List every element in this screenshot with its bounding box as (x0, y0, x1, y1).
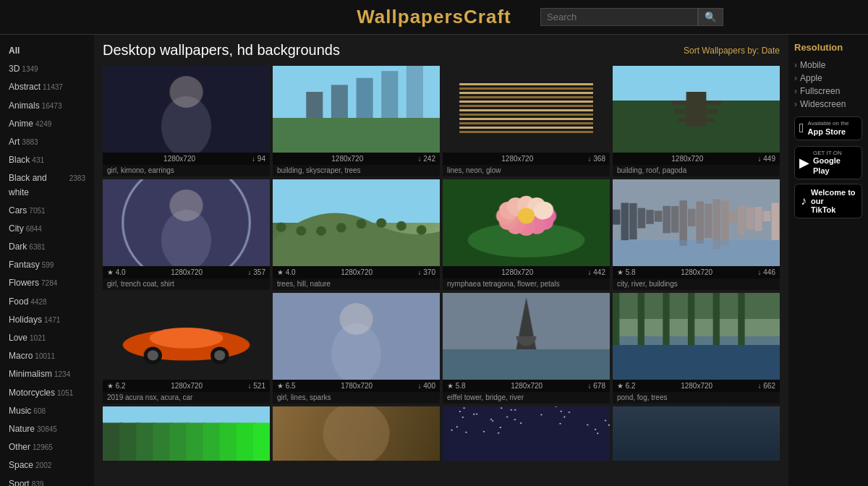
wallpaper-resolution: 1280x720 (501, 268, 533, 276)
sidebar-item-all[interactable]: All (0, 42, 94, 60)
app-store-badge[interactable]:  Available on the App Store (794, 116, 862, 140)
wallpaper-info: ★ 4.01280x720↓ 357 (103, 266, 270, 278)
wallpaper-resolution: 1280x720 (501, 155, 533, 163)
search-button[interactable]: 🔍 (698, 8, 723, 26)
wallpaper-info: ★ 6.21280x720↓ 521 (103, 380, 270, 392)
sidebar-item-count: 1021 (30, 333, 46, 344)
sidebar-item-city[interactable]: City6844 (0, 220, 94, 238)
wallpaper-item[interactable]: ★ 5.81280x720↓ 446city, river, buildings (613, 179, 780, 290)
search-input[interactable] (540, 8, 698, 26)
sidebar-item-motorcycles[interactable]: Motorcycles1051 (0, 384, 94, 402)
bottom-wallpaper-item[interactable] (273, 406, 440, 461)
sidebar-item-anime[interactable]: Anime4249 (0, 115, 94, 133)
sidebar-item-animals[interactable]: Animals16473 (0, 97, 94, 115)
wallpaper-item[interactable]: 1280x720↓ 368lines, neon, glow (443, 66, 610, 176)
right-sidebar: Resolution MobileAppleFullscreenWidescre… (788, 35, 868, 486)
sort-value[interactable]: Date (762, 46, 780, 56)
sidebar-item-flowers[interactable]: Flowers7284 (0, 274, 94, 292)
wallpaper-tags: 2019 acura nsx, acura, car (103, 392, 270, 404)
sidebar-item-label: Love (9, 331, 27, 345)
sidebar-item-sport[interactable]: Sport839 (0, 475, 94, 487)
wallpaper-views: ↓ 94 (252, 155, 265, 163)
sidebar-item-space[interactable]: Space2002 (0, 456, 94, 474)
wallpaper-rating: ★ 6.5 (277, 382, 296, 390)
wallpaper-item[interactable]: 1280x720↓ 242building, skyscraper, trees (273, 66, 440, 176)
wallpaper-tags: eiffel tower, bridge, river (443, 392, 610, 404)
resolution-link-apple[interactable]: Apple (794, 72, 862, 85)
site-logo[interactable]: WallpapersCraft (357, 6, 511, 28)
sidebar-item-count: 2002 (35, 460, 51, 472)
sidebar-item-label: Fantasy (9, 258, 40, 272)
resolution-title: Resolution (794, 42, 862, 53)
wallpaper-item[interactable]: ★ 6.21280x720↓ 662pond, fog, trees (613, 293, 780, 404)
wallpaper-item[interactable]: ★ 6.51780x720↓ 400girl, lines, sparks (273, 293, 440, 404)
tiktok-badge[interactable]: ♪ Welcome to our TikTok (794, 184, 862, 218)
sidebar-item-count: 7051 (29, 205, 45, 217)
wallpaper-tags: nymphaea tetragona, flower, petals (443, 278, 610, 290)
sidebar-item-art[interactable]: Art3883 (0, 133, 94, 151)
wallpaper-views: ↓ 521 (248, 382, 265, 390)
sidebar-item-black-and-white[interactable]: Black and white2383 (0, 169, 94, 201)
wallpaper-tags: city, river, buildings (613, 278, 780, 290)
sidebar-item-count: 839 (32, 479, 44, 487)
bottom-wallpaper-item[interactable] (613, 406, 780, 461)
wallpaper-item[interactable]: 1280x720↓ 449building, roof, pagoda (613, 66, 780, 176)
wallpaper-item[interactable]: 1280x720↓ 442nymphaea tetragona, flower,… (443, 179, 610, 290)
sidebar-item-count: 1234 (54, 369, 70, 380)
resolution-link-widescreen[interactable]: Widescreen (794, 98, 862, 111)
page-title: Desktop wallpapers, hd backgrounds (103, 42, 340, 59)
wallpaper-rating: ★ 6.2 (107, 382, 126, 390)
wallpaper-rating: ★ 5.8 (617, 268, 636, 276)
sidebar-item-dark[interactable]: Dark6381 (0, 238, 94, 256)
sidebar-item-black[interactable]: Black431 (0, 151, 94, 169)
sidebar-item-abstract[interactable]: Abstract11437 (0, 78, 94, 96)
sidebar-item-other[interactable]: Other12965 (0, 438, 94, 456)
wallpaper-resolution: 1280x720 (171, 382, 203, 390)
wallpaper-tags: girl, lines, sparks (273, 392, 440, 404)
sidebar-item-music[interactable]: Music608 (0, 402, 94, 420)
sort-label: Sort Wallpapers by: (684, 46, 759, 56)
wallpaper-resolution: 1280x720 (171, 268, 203, 276)
wallpaper-item[interactable]: 1280x720↓ 94girl, kimono, earrings (103, 66, 270, 176)
wallpaper-rating: ★ 4.0 (107, 268, 126, 276)
resolution-link-mobile[interactable]: Mobile (794, 59, 862, 72)
wallpaper-info: ★ 4.01280x720↓ 370 (273, 266, 440, 278)
bottom-wallpaper-item[interactable] (103, 406, 270, 461)
wallpaper-item[interactable]: ★ 4.01280x720↓ 370trees, hill, nature (273, 179, 440, 290)
wallpaper-item[interactable]: ★ 4.01280x720↓ 357girl, trench coat, shi… (103, 179, 270, 290)
wallpaper-info: 1280x720↓ 94 (103, 153, 270, 165)
wallpaper-rating: ★ 4.0 (277, 268, 296, 276)
sidebar-item-cars[interactable]: Cars7051 (0, 202, 94, 220)
wallpaper-item[interactable]: ★ 5.81280x720↓ 678eiffel tower, bridge, … (443, 293, 610, 404)
sidebar-item-love[interactable]: Love1021 (0, 329, 94, 347)
bottom-row (103, 406, 780, 461)
wallpaper-thumbnail (273, 293, 440, 380)
sidebar-item-count: 2383 (69, 173, 85, 184)
wallpaper-thumbnail (103, 179, 270, 266)
sidebar-item-3d[interactable]: 3D1349 (0, 60, 94, 78)
wallpaper-item[interactable]: ★ 6.21280x720↓ 5212019 acura nsx, acura,… (103, 293, 270, 404)
bottom-wallpaper-item[interactable] (443, 406, 610, 461)
wallpaper-resolution: 1780x720 (341, 382, 373, 390)
sidebar-item-food[interactable]: Food4428 (0, 293, 94, 311)
sidebar-item-label: Motorcycles (9, 386, 55, 400)
resolution-link-fullscreen[interactable]: Fullscreen (794, 85, 862, 98)
sidebar-item-fantasy[interactable]: Fantasy599 (0, 256, 94, 274)
sidebar-item-macro[interactable]: Macro10011 (0, 347, 94, 365)
sidebar-item-count: 10011 (35, 351, 55, 362)
sidebar-item-label: Dark (9, 240, 27, 254)
google-play-badge[interactable]: ▶ GET IT ON Google Play (794, 146, 862, 179)
sidebar-item-nature[interactable]: Nature30845 (0, 420, 94, 438)
wallpaper-info: ★ 6.21280x720↓ 662 (613, 380, 780, 392)
tiktok-icon: ♪ (801, 195, 807, 208)
wallpaper-info: ★ 6.51780x720↓ 400 (273, 380, 440, 392)
resolution-links: MobileAppleFullscreenWidescreen (794, 59, 862, 111)
sidebar-item-label: Black (9, 153, 30, 167)
sidebar-item-label: Art (9, 135, 20, 149)
wallpaper-views: ↓ 400 (418, 382, 435, 390)
wallpaper-thumbnail (443, 179, 610, 266)
sidebar-item-holidays[interactable]: Holidays1471 (0, 311, 94, 329)
sidebar-item-minimalism[interactable]: Minimalism1234 (0, 365, 94, 383)
sidebar-item-label: Nature (9, 422, 35, 436)
sidebar-item-count: 3883 (22, 137, 38, 148)
